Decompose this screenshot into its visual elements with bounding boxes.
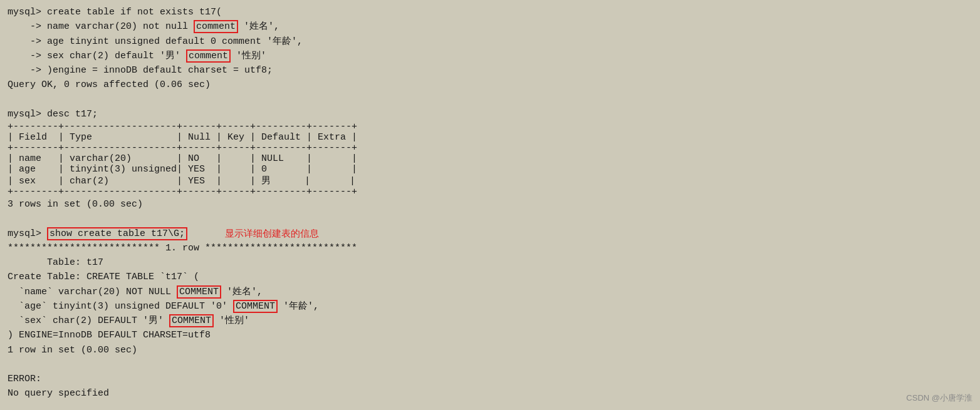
table-row-age: | age | tinyint(3) unsigned| YES | | 0 |… — [8, 164, 972, 175]
comment-highlight-1: comment — [194, 20, 238, 33]
line-error: ERROR: — [8, 372, 972, 386]
table-border-top: +--------+--------------------+------+--… — [8, 121, 972, 132]
line-show-create: mysql> show create table t17\G; — [8, 227, 187, 241]
comment-highlight-3: COMMENT — [177, 285, 221, 299]
line-2: -> name varchar(20) not null comment '姓名… — [8, 19, 972, 34]
line-blank-4 — [8, 401, 972, 411]
line-rowcount2: 1 row in set (0.00 sec) — [8, 343, 972, 357]
terminal: mysql> create table if not exists t17( -… — [0, 0, 980, 410]
line-8: mysql> desc t17; — [8, 107, 972, 121]
line-blank-3 — [8, 357, 972, 372]
line-3: -> age tinyint unsigned default 0 commen… — [8, 34, 972, 49]
line-rowcount: 3 rows in set (0.00 sec) — [8, 197, 972, 212]
table-header: | Field | Type | Null | Key | Default | … — [8, 132, 972, 143]
table-border-mid: +--------+--------------------+------+--… — [8, 143, 972, 153]
line-table-name: Table: t17 — [8, 255, 972, 270]
comment-highlight-4: COMMENT — [233, 300, 278, 313]
line-5: -> )engine = innoDB default charset = ut… — [8, 63, 972, 78]
line-6: Query OK, 0 rows affected (0.06 sec) — [8, 78, 972, 92]
line-1: mysql> create table if not exists t17( — [8, 5, 972, 19]
table-row-sex: | sex | char(2) | YES | | 男 | | — [8, 175, 972, 187]
table-row-name: | name | varchar(20) | NO | | NULL | | — [8, 153, 972, 164]
line-ct-age: `age` tinyint(3) unsigned DEFAULT '0' CO… — [8, 299, 972, 314]
line-ct-sex: `sex` char(2) DEFAULT '男' COMMENT '性别' — [8, 314, 972, 328]
line-4: -> sex char(2) default '男' comment '性别' — [8, 49, 972, 63]
comment-highlight-5: COMMENT — [169, 314, 214, 327]
show-create-container: mysql> show create table t17\G; 显示详细创建表的… — [8, 227, 972, 241]
line-ct-name: `name` varchar(20) NOT NULL COMMENT '姓名'… — [8, 285, 972, 299]
comment-highlight-2: comment — [186, 49, 231, 63]
watermark: CSDN @小唐学淮 — [906, 392, 972, 404]
line-create-table: Create Table: CREATE TABLE `t17` ( — [8, 270, 972, 284]
line-asterisk: *************************** 1. row *****… — [8, 241, 972, 255]
annotation-show-create: 显示详细创建表的信息 — [225, 228, 319, 240]
table-border-bottom: +--------+--------------------+------+--… — [8, 187, 972, 197]
show-create-highlight: show create table t17\G; — [47, 227, 187, 240]
line-blank-2 — [8, 212, 972, 226]
line-engine: ) ENGINE=InnoDB DEFAULT CHARSET=utf8 — [8, 328, 972, 342]
line-no-query: No query specified — [8, 386, 972, 401]
line-blank-1 — [8, 93, 972, 107]
